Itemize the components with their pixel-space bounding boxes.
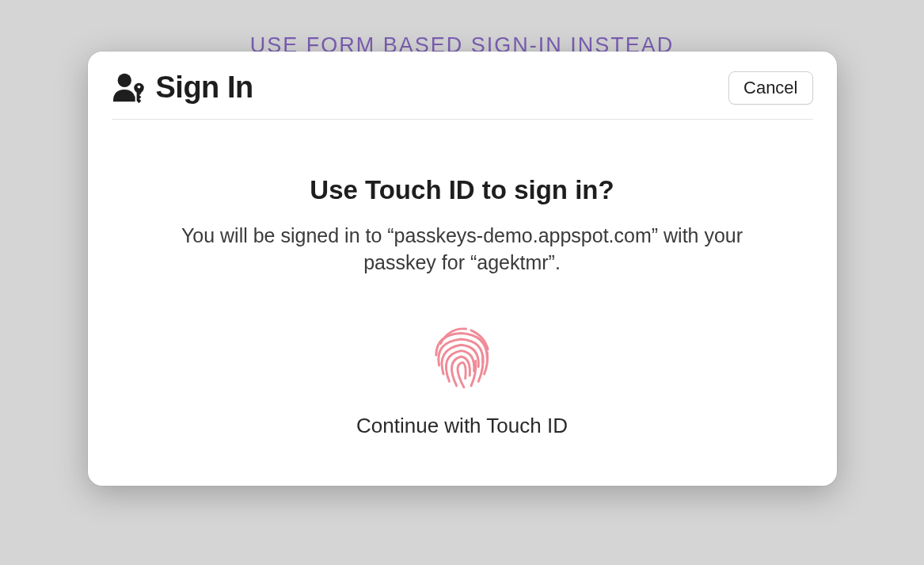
dialog-body: Use Touch ID to sign in? You will be sig… (88, 120, 837, 486)
passkey-icon (112, 72, 148, 104)
dialog-title: Sign In (156, 71, 253, 105)
dialog-header: Sign In Cancel (88, 52, 837, 119)
fingerprint-icon[interactable] (426, 320, 499, 393)
continue-touch-id-label: Continue with Touch ID (135, 414, 789, 438)
cancel-button[interactable]: Cancel (728, 71, 812, 105)
svg-point-0 (117, 73, 131, 86)
dialog-title-group: Sign In (112, 71, 253, 105)
prompt-description: You will be signed in to “passkeys-demo.… (169, 223, 755, 277)
signin-dialog: Sign In Cancel Use Touch ID to sign in? … (88, 52, 837, 486)
svg-point-2 (137, 85, 140, 88)
fingerprint-wrapper (135, 320, 789, 393)
prompt-title: Use Touch ID to sign in? (135, 175, 789, 205)
